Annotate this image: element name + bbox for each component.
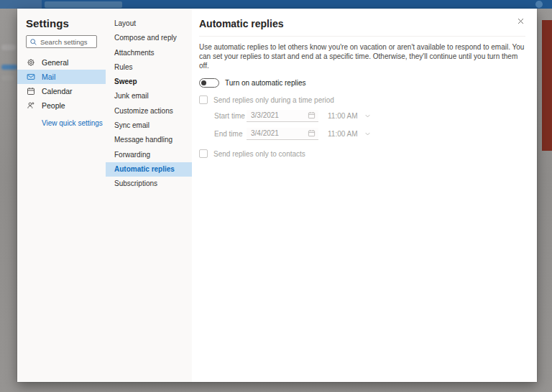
settings-category-label: Compose and reply bbox=[114, 34, 177, 42]
automatic-replies-description: Use automatic replies to let others know… bbox=[199, 42, 525, 70]
sidebar-nav-label: Calendar bbox=[42, 87, 73, 95]
settings-category-label: Rules bbox=[114, 63, 133, 71]
page-title: Automatic replies bbox=[199, 18, 525, 29]
start-time-dropdown[interactable]: 11:00 AM bbox=[328, 112, 371, 120]
gear-icon bbox=[27, 58, 35, 67]
dimmed-avatar bbox=[535, 1, 543, 8]
settings-category-label: Message handling bbox=[114, 136, 172, 144]
settings-dialog: Settings General Mail bbox=[17, 9, 537, 382]
mail-icon bbox=[27, 73, 35, 81]
view-quick-settings-link[interactable]: View quick settings bbox=[42, 119, 103, 127]
settings-category-item[interactable]: Forwarding bbox=[106, 148, 192, 162]
end-time-value: 11:00 AM bbox=[328, 130, 358, 138]
settings-category-label: Customize actions bbox=[114, 107, 173, 115]
sidebar-nav-item[interactable]: Mail bbox=[17, 70, 106, 84]
dimmed-ui-element bbox=[1, 75, 14, 80]
settings-category-item[interactable]: Layout bbox=[106, 17, 192, 31]
start-time-value: 11:00 AM bbox=[328, 112, 358, 120]
settings-category-item[interactable]: Compose and reply bbox=[106, 31, 192, 45]
settings-sidebar: Settings General Mail bbox=[17, 9, 106, 382]
mail-settings-categories: Layout Compose and reply Attachments Rul… bbox=[106, 9, 192, 382]
chevron-down-icon bbox=[364, 131, 371, 137]
end-date-field[interactable]: 3/4/2021 bbox=[247, 128, 318, 140]
settings-category-item[interactable]: Junk email bbox=[106, 89, 192, 103]
settings-category-label: Junk email bbox=[114, 92, 149, 100]
time-period-checkbox-label: Send replies only during a time period bbox=[213, 96, 334, 104]
search-icon bbox=[29, 38, 37, 46]
settings-dialog-title: Settings bbox=[26, 17, 106, 29]
settings-category-item[interactable]: Attachments bbox=[106, 46, 192, 60]
settings-category-item[interactable]: Subscriptions bbox=[106, 177, 192, 191]
settings-category-label: Automatic replies bbox=[114, 165, 175, 173]
sidebar-nav-label: General bbox=[42, 58, 68, 67]
dimmed-topbar-searchbox bbox=[45, 1, 122, 8]
close-icon bbox=[517, 17, 525, 25]
automatic-replies-panel: Automatic replies Use automatic replies … bbox=[192, 9, 537, 382]
calendar-icon bbox=[308, 111, 316, 119]
people-icon bbox=[27, 101, 35, 110]
dimmed-red-panel bbox=[542, 20, 552, 151]
start-date-field[interactable]: 3/3/2021 bbox=[247, 110, 318, 122]
close-button[interactable] bbox=[515, 16, 525, 26]
sidebar-nav-label: Mail bbox=[42, 73, 55, 81]
settings-category-item[interactable]: Message handling bbox=[106, 133, 192, 147]
settings-search-box[interactable] bbox=[26, 35, 97, 48]
contacts-only-checkbox[interactable] bbox=[199, 149, 208, 158]
calendar-icon bbox=[308, 129, 316, 137]
dimmed-app-topbar bbox=[0, 0, 552, 9]
settings-category-label: Layout bbox=[114, 19, 136, 27]
dimmed-ui-element bbox=[1, 45, 16, 50]
settings-category-label: Sync email bbox=[114, 121, 150, 129]
settings-nav: General Mail Calendar People bbox=[17, 55, 106, 113]
settings-category-item[interactable]: Customize actions bbox=[106, 104, 192, 118]
contacts-only-checkbox-label: Send replies only to contacts bbox=[213, 150, 305, 158]
settings-category-item[interactable]: Automatic replies bbox=[106, 162, 192, 177]
settings-category-label: Subscriptions bbox=[114, 179, 157, 187]
sidebar-nav-label: People bbox=[42, 101, 65, 110]
start-date-value: 3/3/2021 bbox=[251, 111, 279, 119]
settings-category-label: Forwarding bbox=[114, 151, 150, 159]
calendar-icon bbox=[27, 87, 35, 95]
automatic-replies-toggle[interactable] bbox=[199, 78, 219, 88]
settings-category-item[interactable]: Rules bbox=[106, 60, 192, 75]
settings-category-label: Attachments bbox=[114, 49, 155, 57]
start-time-label: Start time bbox=[214, 112, 247, 120]
dimmed-topbar-segment bbox=[0, 0, 42, 9]
end-time-dropdown[interactable]: 11:00 AM bbox=[328, 130, 371, 138]
end-time-label: End time bbox=[214, 130, 247, 138]
toggle-knob bbox=[201, 80, 206, 85]
end-date-value: 3/4/2021 bbox=[251, 129, 279, 137]
search-input[interactable] bbox=[40, 38, 93, 46]
settings-category-label: Sweep bbox=[114, 78, 137, 85]
dimmed-ui-element bbox=[1, 65, 17, 70]
settings-category-item[interactable]: Sync email bbox=[106, 118, 192, 133]
settings-category-item[interactable]: Sweep bbox=[106, 75, 192, 89]
sidebar-nav-item[interactable]: General bbox=[17, 55, 106, 70]
divider bbox=[199, 36, 525, 37]
toggle-label: Turn on automatic replies bbox=[225, 79, 305, 87]
time-period-checkbox[interactable] bbox=[199, 95, 208, 104]
sidebar-nav-item[interactable]: Calendar bbox=[17, 84, 106, 98]
sidebar-nav-item[interactable]: People bbox=[17, 98, 106, 113]
chevron-down-icon bbox=[364, 113, 371, 119]
